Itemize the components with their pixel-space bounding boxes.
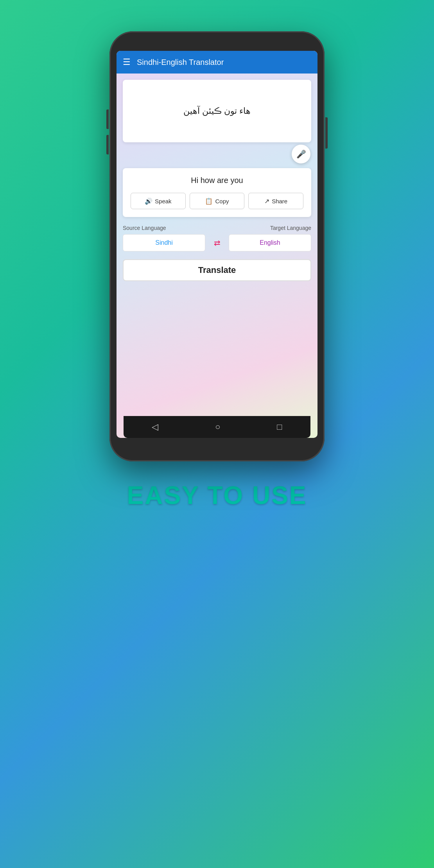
nav-home-icon[interactable]: ○ [215, 422, 220, 432]
phone-screen: ☰ Sindhi-English Translator هاء تون ڪيئن… [117, 51, 317, 438]
lang-buttons: Sindhi ⇄ English [123, 234, 311, 251]
copy-button[interactable]: 📋 Copy [190, 193, 245, 209]
nav-recent-icon[interactable]: □ [277, 422, 282, 432]
content-area: هاء تون ڪيئن آهين 🎤 Hi how are you 🔊 [117, 74, 317, 438]
share-button[interactable]: ↗ Share [248, 193, 303, 209]
share-icon: ↗ [264, 197, 269, 205]
copy-icon: 📋 [205, 197, 213, 205]
swap-languages-button[interactable]: ⇄ [208, 234, 226, 251]
speak-label: Speak [155, 198, 172, 204]
mic-icon: 🎤 [296, 149, 306, 159]
output-card: Hi how are you 🔊 Speak 📋 Copy ↗ [123, 168, 311, 217]
sindhi-input-text: هاء تون ڪيئن آهين [183, 106, 251, 116]
volume-up-button[interactable] [106, 109, 109, 129]
mic-button[interactable]: 🎤 [292, 145, 310, 163]
tagline-text: EASY TO USE [127, 481, 307, 509]
tagline-section: EASY TO USE [127, 481, 307, 510]
speak-button[interactable]: 🔊 Speak [131, 193, 186, 209]
phone-frame: ☰ Sindhi-English Translator هاء تون ڪيئن… [109, 31, 325, 461]
menu-icon[interactable]: ☰ [123, 57, 131, 67]
target-language-button[interactable]: English [229, 234, 311, 251]
phone-container: ☰ Sindhi-English Translator هاء تون ڪيئن… [109, 31, 325, 461]
language-selector: Source Language Target Language Sindhi ⇄… [123, 225, 311, 251]
source-language-button[interactable]: Sindhi [123, 234, 205, 251]
lang-labels: Source Language Target Language [123, 225, 311, 231]
copy-label: Copy [215, 198, 229, 204]
swap-icon: ⇄ [214, 238, 221, 247]
nav-bar: ◁ ○ □ [124, 416, 310, 438]
app-bar: ☰ Sindhi-English Translator [117, 51, 317, 74]
nav-back-icon[interactable]: ◁ [152, 422, 158, 432]
app-title: Sindhi-English Translator [137, 58, 224, 67]
translation-text: Hi how are you [131, 176, 303, 185]
mic-container: 🎤 [123, 145, 310, 163]
input-card[interactable]: هاء تون ڪيئن آهين [123, 80, 311, 142]
target-language-label: Target Language [270, 225, 311, 231]
action-buttons: 🔊 Speak 📋 Copy ↗ Share [131, 193, 303, 209]
source-language-label: Source Language [123, 225, 166, 231]
volume-down-button[interactable] [106, 135, 109, 154]
speak-icon: 🔊 [145, 197, 152, 205]
translate-button[interactable]: Translate [123, 259, 311, 281]
share-label: Share [272, 198, 287, 204]
power-button[interactable] [325, 117, 328, 149]
